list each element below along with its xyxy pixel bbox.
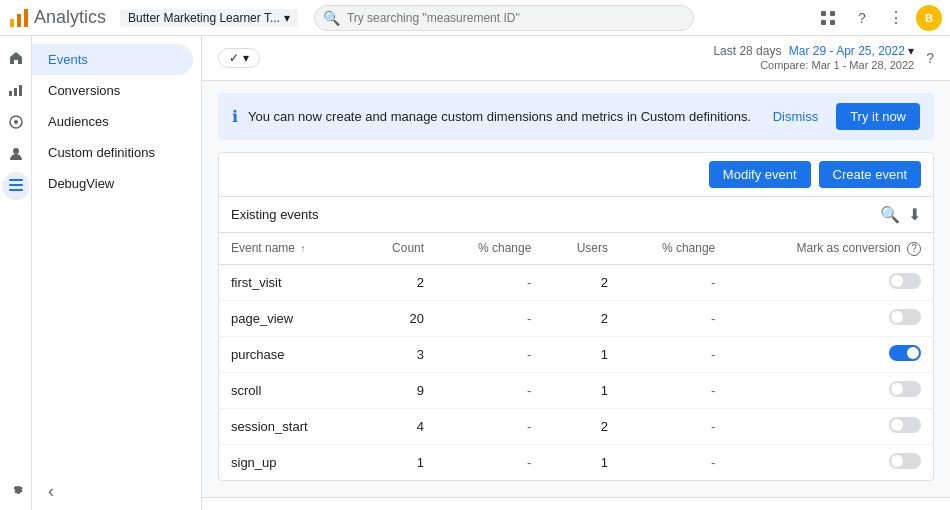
cell-count: 2	[358, 264, 436, 300]
cell-event-name: purchase	[219, 336, 358, 372]
filter-dropdown-icon: ▾	[243, 51, 249, 65]
nav-icon-lifecycle[interactable]	[2, 108, 30, 136]
conversion-toggle[interactable]	[889, 345, 921, 361]
svg-rect-7	[9, 91, 12, 96]
table-search-icon[interactable]: 🔍	[880, 205, 900, 224]
more-icon-button[interactable]: ⋮	[882, 4, 910, 32]
footer: © 2022 Google | Analytics home | Terms o…	[202, 497, 950, 511]
svg-rect-13	[9, 179, 23, 181]
top-nav: Analytics Butter Marketing Learner T... …	[0, 0, 950, 36]
cell-users: 2	[543, 264, 620, 300]
filter-check-icon: ✓	[229, 51, 239, 65]
info-icon: ℹ	[232, 107, 238, 126]
cell-count-change: -	[436, 408, 543, 444]
layout: Events Conversions Audiences Custom defi…	[0, 36, 950, 510]
svg-rect-5	[821, 20, 826, 25]
analytics-logo-icon	[8, 7, 30, 29]
date-label: Last 28 days	[713, 44, 781, 58]
filter-chip[interactable]: ✓ ▾	[218, 48, 260, 68]
nav-icon-realtime[interactable]	[2, 76, 30, 104]
main-header: ✓ ▾ Last 28 days Mar 29 - Apr 25, 2022 ▾…	[202, 36, 950, 81]
svg-rect-8	[14, 88, 17, 96]
search-icon: 🔍	[323, 10, 340, 26]
create-event-button[interactable]: Create event	[819, 161, 921, 188]
cell-count: 3	[358, 336, 436, 372]
date-range-dropdown-icon: ▾	[908, 44, 914, 58]
table-row: session_start 4 - 2 -	[219, 408, 933, 444]
svg-rect-9	[19, 85, 22, 96]
conversion-toggle[interactable]	[889, 417, 921, 433]
svg-rect-15	[9, 189, 23, 191]
conversion-help-icon[interactable]: ?	[907, 242, 921, 256]
col-users[interactable]: Users	[543, 233, 620, 265]
banner-try-button[interactable]: Try it now	[836, 103, 920, 130]
col-count[interactable]: Count	[358, 233, 436, 265]
cell-users-change: -	[620, 372, 727, 408]
conversion-toggle[interactable]	[889, 453, 921, 469]
cell-users-change: -	[620, 336, 727, 372]
cell-event-name: sign_up	[219, 444, 358, 480]
nav-icon-user[interactable]	[2, 140, 30, 168]
svg-point-11	[14, 120, 18, 124]
collapse-icon: ‹	[48, 481, 54, 502]
nav-icon-settings[interactable]	[2, 474, 30, 502]
cell-toggle	[727, 444, 933, 480]
cell-toggle	[727, 300, 933, 336]
sidebar-item-audiences[interactable]: Audiences	[32, 106, 193, 137]
apps-icon-button[interactable]	[814, 4, 842, 32]
sidebar: Events Conversions Audiences Custom defi…	[32, 36, 202, 510]
modify-event-button[interactable]: Modify event	[709, 161, 811, 188]
user-avatar[interactable]: B	[916, 5, 942, 31]
conversion-toggle[interactable]	[889, 309, 921, 325]
sidebar-item-custom-definitions[interactable]: Custom definitions	[32, 137, 193, 168]
cell-users-change: -	[620, 444, 727, 480]
banner-dismiss-button[interactable]: Dismiss	[765, 105, 827, 128]
help-icon-button[interactable]: ?	[848, 4, 876, 32]
col-event-name[interactable]: Event name ↑	[219, 233, 358, 265]
cell-toggle	[727, 336, 933, 372]
events-table-area: Modify event Create event Existing event…	[218, 152, 934, 481]
account-selector[interactable]: Butter Marketing Learner T... ▾	[120, 9, 298, 27]
compare-text: Compare: Mar 1 - Mar 28, 2022	[760, 59, 914, 71]
apps-grid-icon	[820, 10, 836, 26]
col-count-change[interactable]: % change	[436, 233, 543, 265]
sidebar-item-conversions[interactable]: Conversions	[32, 75, 193, 106]
cell-count-change: -	[436, 372, 543, 408]
sidebar-item-events[interactable]: Events	[32, 44, 193, 75]
logo: Analytics	[8, 7, 112, 29]
help-icon: ?	[858, 10, 866, 26]
table-row: scroll 9 - 1 -	[219, 372, 933, 408]
existing-events-title: Existing events	[231, 207, 318, 222]
nav-icon-home[interactable]	[2, 44, 30, 72]
sidebar-item-debugview[interactable]: DebugView	[32, 168, 193, 199]
table-row: sign_up 1 - 1 -	[219, 444, 933, 480]
sidebar-collapse-button[interactable]: ‹	[32, 473, 201, 510]
conversion-toggle[interactable]	[889, 381, 921, 397]
svg-rect-1	[17, 14, 21, 27]
table-download-icon[interactable]: ⬇	[908, 205, 921, 224]
date-range-button[interactable]: Mar 29 - Apr 25, 2022	[789, 44, 905, 58]
svg-rect-2	[24, 9, 28, 27]
table-row: purchase 3 - 1 -	[219, 336, 933, 372]
cell-count-change: -	[436, 300, 543, 336]
cell-count: 9	[358, 372, 436, 408]
date-help-icon[interactable]: ?	[926, 50, 934, 66]
cell-event-name: scroll	[219, 372, 358, 408]
account-name: Butter Marketing Learner T...	[128, 11, 280, 25]
cell-event-name: session_start	[219, 408, 358, 444]
cell-event-name: first_visit	[219, 264, 358, 300]
svg-rect-6	[830, 20, 835, 25]
search-input[interactable]	[314, 5, 694, 31]
cell-count-change: -	[436, 444, 543, 480]
svg-rect-3	[821, 11, 826, 16]
cell-count-change: -	[436, 264, 543, 300]
info-banner: ℹ You can now create and manage custom d…	[218, 93, 934, 140]
date-range: Last 28 days Mar 29 - Apr 25, 2022 ▾ Com…	[713, 44, 914, 72]
svg-rect-4	[830, 11, 835, 16]
svg-rect-14	[9, 184, 23, 186]
nav-icon-events[interactable]	[2, 172, 30, 200]
table-row: first_visit 2 - 2 -	[219, 264, 933, 300]
events-table: Event name ↑ Count % change Users % chan…	[219, 232, 933, 480]
col-users-change[interactable]: % change	[620, 233, 727, 265]
conversion-toggle[interactable]	[889, 273, 921, 289]
